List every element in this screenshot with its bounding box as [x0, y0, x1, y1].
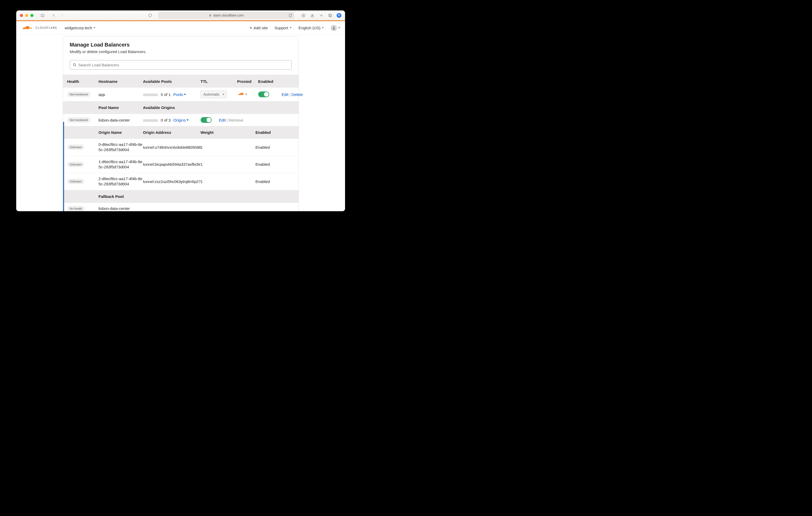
remove-button[interactable]: Remove: [229, 118, 243, 122]
edit-button[interactable]: Edit: [219, 118, 226, 122]
delete-button[interactable]: Delete: [291, 92, 303, 97]
svg-rect-8: [329, 14, 332, 17]
selection-indicator: [63, 122, 64, 211]
tabs-icon[interactable]: [328, 13, 332, 18]
origins-link[interactable]: Origins: [173, 118, 188, 122]
pools-link[interactable]: Pools: [173, 92, 186, 97]
address-bar[interactable]: dash.cloudflare.com: [158, 12, 294, 19]
enabled-toggle[interactable]: [201, 117, 212, 123]
cloud-logo-icon: [21, 24, 33, 32]
col-ttl: TTL: [201, 79, 237, 84]
col-origin-address: Origin Address: [143, 130, 201, 134]
add-site-label: Add site: [254, 26, 268, 30]
ttl-value: Automatic: [204, 92, 220, 96]
origin-row: Unknown 1-d6ecf8cc-aa17-4f4b-8e5c-283f5d…: [63, 156, 298, 173]
search-input-wrapper[interactable]: [70, 60, 292, 69]
support-label: Support: [274, 26, 288, 30]
origin-row: Unknown 0-d6ecf8cc-aa17-4f4b-8e5c-283f5d…: [63, 139, 298, 156]
url-text: dash.cloudflare.com: [213, 13, 243, 17]
language-label: English (US): [298, 26, 320, 30]
health-badge: Not monitored: [67, 117, 90, 123]
back-icon[interactable]: [51, 13, 56, 18]
fullscreen-window-icon[interactable]: [30, 14, 33, 17]
refresh-icon[interactable]: [289, 13, 292, 17]
onepassword-icon[interactable]: ①: [337, 13, 341, 18]
origin-address: tunnel:bicpapvkb594a337axfbcfe9t9eepk9uk…: [143, 162, 201, 166]
minimize-window-icon[interactable]: [25, 14, 28, 17]
browser-window: dash.cloudflare.com ① CLOUDFLARE widgetc…: [16, 10, 345, 211]
origin-weight: 1: [201, 179, 256, 184]
close-window-icon[interactable]: [20, 14, 23, 17]
col-enabled: Enabled: [258, 79, 282, 84]
logo[interactable]: CLOUDFLARE: [21, 24, 57, 32]
account-dropdown[interactable]: [331, 25, 340, 31]
download-icon[interactable]: [301, 13, 306, 18]
sidebar-toggle-icon[interactable]: [40, 13, 45, 18]
svg-rect-0: [41, 14, 44, 17]
health-badge: Unknown: [67, 179, 85, 184]
origin-weight: 1: [201, 162, 256, 166]
support-dropdown[interactable]: Support: [274, 26, 292, 30]
col-proxied: Proxied: [237, 79, 258, 84]
pool-row[interactable]: Not monitored lisbon-data-center 0 of 3 …: [63, 114, 298, 126]
origin-name: 0-d6ecf8cc-aa17-4f4b-8e5c-283f5d73d004: [98, 142, 143, 153]
origin-enabled: Enabled: [256, 179, 294, 184]
svg-line-12: [75, 65, 76, 66]
origin-row: Unknown 2-d6ecf8cc-aa17-4f4b-8e5c-283f5d…: [63, 173, 298, 190]
app-header: CLOUDFLARE widgetcorp.tech +Add site Sup…: [16, 21, 345, 35]
origins-count: 0 of 3: [161, 118, 171, 122]
pools-count: 0 of 1: [161, 92, 171, 97]
page-title: Manage Load Balancers: [70, 42, 292, 48]
col-enabled2: Enabled: [256, 130, 294, 134]
ttl-dropdown[interactable]: Automatic: [201, 91, 227, 98]
pool-header-row: Pool Name Available Origins: [63, 101, 298, 114]
progress-bar: [143, 94, 158, 96]
zone-dropdown[interactable]: widgetcorp.tech: [65, 26, 95, 30]
page-subtitle: Modify or delete configured Load Balance…: [70, 50, 292, 54]
caret-down-icon: [184, 94, 186, 95]
lb-table-header: Health Hostname Available Pools TTL Prox…: [63, 75, 298, 88]
health-badge: Unknown: [67, 145, 85, 150]
svg-rect-2: [209, 15, 211, 16]
svg-rect-9: [329, 14, 331, 16]
fallback-pool-name: lisbon-data-center: [98, 206, 143, 211]
edit-button[interactable]: Edit: [282, 92, 289, 97]
hostname: app: [98, 92, 143, 97]
load-balancers-card: Manage Load Balancers Modify or delete c…: [63, 36, 299, 211]
proxied-icon[interactable]: [237, 91, 258, 97]
shield-icon[interactable]: [148, 13, 152, 18]
origin-address: tunnel:u748shvxnlvdskle8805h88900rnv64sf…: [143, 145, 201, 150]
new-tab-icon[interactable]: [319, 13, 324, 18]
col-available-pools: Available Pools: [143, 79, 201, 84]
language-dropdown[interactable]: English (US): [298, 26, 324, 30]
forward-icon[interactable]: [60, 13, 64, 18]
health-badge: Not monitored: [67, 92, 90, 97]
svg-point-10: [333, 27, 335, 28]
pool-name: lisbon-data-center: [98, 118, 143, 122]
share-icon[interactable]: [310, 13, 315, 18]
add-site-button[interactable]: +Add site: [250, 26, 268, 30]
logo-text: CLOUDFLARE: [36, 26, 57, 29]
col-health: Health: [67, 79, 98, 84]
search-input[interactable]: [79, 63, 289, 67]
caret-down-icon: [322, 27, 324, 29]
col-weight: Weight: [201, 130, 256, 134]
origin-address: tunnel:zsz2uzi5hc063ytrq8rr6p27id835nngh…: [143, 179, 201, 184]
origin-header-row: Origin Name Origin Address Weight Enable…: [63, 126, 298, 139]
caret-down-icon: [222, 94, 225, 95]
caret-down-icon: [186, 119, 188, 121]
search-icon: [73, 63, 77, 67]
browser-toolbar: dash.cloudflare.com ①: [16, 10, 345, 20]
col-pool-name: Pool Name: [98, 105, 143, 110]
origin-enabled: Enabled: [256, 145, 294, 150]
col-fallback-pool: Fallback Pool: [98, 194, 143, 199]
progress-bar: [143, 119, 158, 122]
page-content: CLOUDFLARE widgetcorp.tech +Add site Sup…: [16, 20, 345, 211]
lb-row[interactable]: Not monitored app 0 of 1 Pools Automatic: [63, 88, 298, 101]
enabled-toggle[interactable]: [258, 91, 269, 97]
lock-icon: [209, 14, 212, 17]
caret-down-icon: [290, 27, 292, 29]
col-origin-name: Origin Name: [98, 130, 143, 134]
health-badge: Unknown: [67, 162, 85, 167]
origin-enabled: Enabled: [256, 162, 294, 166]
